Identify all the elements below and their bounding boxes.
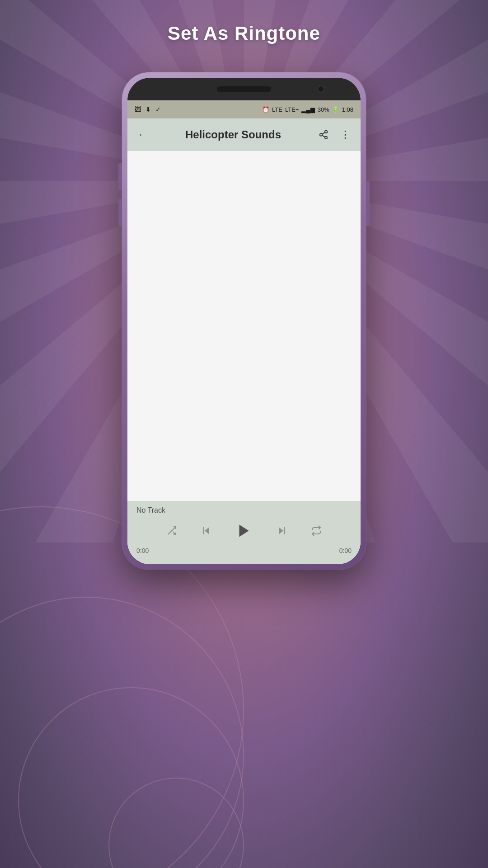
battery-level: 30% [318, 106, 329, 113]
svg-marker-7 [205, 527, 209, 534]
player-time-end: 0:00 [339, 547, 352, 554]
prev-button[interactable] [197, 522, 215, 540]
alarm-icon: ⏰ [262, 106, 269, 113]
signal-bars: ▂▄▆ [301, 106, 314, 113]
svg-rect-8 [203, 527, 204, 534]
player-controls [127, 516, 361, 545]
player-time-start: 0:00 [136, 547, 149, 554]
phone-screen: 🖼 ⬇ ✓ ⏰ LTE LTE+ ▂▄▆ 30% 🔋 1:08 ← Helico… [127, 78, 361, 564]
player-bar: No Track [127, 501, 361, 564]
phone-top-bar [127, 78, 361, 100]
page-title: Set As Ringtone [0, 23, 488, 44]
battery-icon: 🔋 [332, 106, 339, 113]
back-button[interactable]: ← [135, 127, 151, 143]
download-icon: ⬇ [145, 106, 151, 113]
svg-line-3 [322, 135, 325, 137]
next-button[interactable] [273, 522, 291, 540]
phone-camera [317, 85, 324, 93]
lte-indicator: LTE [272, 106, 282, 113]
more-button[interactable]: ⋮ [337, 127, 353, 143]
svg-point-0 [325, 131, 328, 133]
share-button[interactable] [315, 127, 332, 143]
phone-device: 🖼 ⬇ ✓ ⏰ LTE LTE+ ▂▄▆ 30% 🔋 1:08 ← Helico… [122, 72, 366, 570]
lte2-indicator: LTE+ [285, 106, 299, 113]
clock-time: 1:08 [342, 106, 353, 113]
play-button[interactable] [231, 518, 257, 543]
svg-rect-11 [284, 527, 285, 534]
repeat-button[interactable] [307, 522, 325, 540]
svg-point-2 [325, 137, 328, 139]
status-bar: 🖼 ⬇ ✓ ⏰ LTE LTE+ ▂▄▆ 30% 🔋 1:08 [127, 100, 361, 118]
phone-outer-shell: 🖼 ⬇ ✓ ⏰ LTE LTE+ ▂▄▆ 30% 🔋 1:08 ← Helico… [122, 72, 366, 570]
svg-marker-10 [279, 527, 283, 534]
app-bar: ← Helicopter Sounds ⋮ [127, 118, 361, 151]
shuffle-button[interactable] [163, 522, 181, 540]
phone-speaker [217, 86, 271, 92]
status-right-info: ⏰ LTE LTE+ ▂▄▆ 30% 🔋 1:08 [262, 106, 353, 113]
player-track-name: No Track [127, 501, 361, 516]
status-left-icons: 🖼 ⬇ ✓ [135, 106, 161, 113]
svg-marker-9 [239, 525, 249, 537]
player-times: 0:00 0:00 [127, 545, 361, 556]
check-icon: ✓ [155, 106, 161, 113]
svg-line-4 [322, 132, 325, 134]
image-icon: 🖼 [135, 106, 141, 113]
svg-point-1 [320, 133, 323, 136]
app-bar-title: Helicopter Sounds [156, 128, 310, 141]
